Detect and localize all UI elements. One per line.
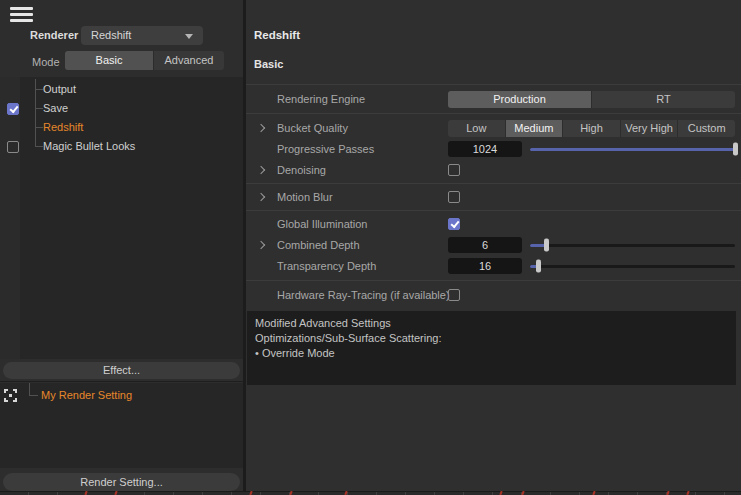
expand-chevron-icon[interactable] [257, 241, 265, 249]
tab-advanced[interactable]: Advanced [153, 51, 224, 70]
tree-item-save[interactable]: Save [43, 99, 68, 118]
option-medium[interactable]: Medium [506, 120, 564, 137]
tree-branch [35, 127, 43, 128]
renderer-dropdown[interactable]: Redshift [81, 26, 203, 45]
tree-branch [35, 146, 43, 147]
chevron-down-icon [185, 34, 193, 39]
transparency-depth-slider[interactable] [530, 260, 735, 273]
combined-depth-label: Combined Depth [277, 235, 360, 255]
transparency-depth-label: Transparency Depth [277, 256, 376, 276]
global-illumination-checkbox[interactable] [448, 218, 460, 230]
divider [246, 280, 741, 281]
tree-item-redshift[interactable]: Redshift [43, 118, 83, 137]
divider [246, 210, 741, 211]
tree-item-output[interactable]: Output [43, 80, 76, 99]
target-icon [4, 389, 17, 402]
motion-blur-row: Motion Blur [246, 187, 737, 207]
modified-settings-info-box: Modified Advanced Settings Optimizations… [247, 311, 736, 385]
render-settings-window: Renderer Redshift Mode Basic Advanced Ou… [0, 0, 741, 495]
bucket-quality-row: Bucket Quality Low Medium High Very High… [246, 118, 737, 138]
effect-button[interactable]: Effect... [3, 362, 240, 379]
slider-handle[interactable] [536, 260, 541, 273]
global-illumination-row: Global Illumination [246, 214, 737, 234]
divider [246, 113, 741, 114]
option-custom[interactable]: Custom [678, 120, 735, 137]
rendering-engine-row: Rendering Engine Production RT [246, 89, 737, 109]
render-setting-button[interactable]: Render Setting... [3, 473, 240, 491]
global-illumination-label: Global Illumination [277, 214, 368, 234]
combined-depth-field[interactable]: 6 [448, 237, 522, 253]
save-enable-checkbox[interactable] [7, 103, 19, 115]
tree-branch [35, 89, 43, 90]
motion-blur-label: Motion Blur [277, 187, 333, 207]
background-timeline-strip [0, 491, 741, 495]
transparency-depth-field[interactable]: 16 [448, 258, 522, 274]
page-title: Redshift [254, 29, 300, 41]
rendering-engine-label: Rendering Engine [277, 89, 365, 109]
expand-chevron-icon[interactable] [257, 193, 265, 201]
denoising-checkbox[interactable] [448, 164, 460, 176]
bucket-quality-label: Bucket Quality [277, 118, 348, 138]
option-low[interactable]: Low [448, 120, 506, 137]
tree-branch [29, 383, 30, 395]
hardware-raytracing-checkbox[interactable] [448, 289, 460, 301]
list-item-my-render-setting[interactable]: My Render Setting [41, 388, 132, 403]
rendering-engine-segmented: Production RT [448, 91, 735, 108]
mode-label: Mode [32, 56, 60, 68]
transparency-depth-row: Transparency Depth 16 [246, 256, 737, 276]
motion-blur-checkbox[interactable] [448, 191, 460, 203]
slider-handle[interactable] [544, 239, 549, 252]
tree-item-magic-bullet-looks[interactable]: Magic Bullet Looks [43, 137, 135, 156]
tree-branch [35, 108, 43, 109]
divider [246, 84, 741, 85]
combined-depth-row: Combined Depth 6 [246, 235, 737, 255]
info-line: Modified Advanced Settings [255, 316, 736, 331]
tab-basic[interactable]: Basic [65, 51, 153, 70]
option-very-high[interactable]: Very High [621, 120, 679, 137]
progressive-passes-label: Progressive Passes [277, 139, 374, 159]
left-panel: Renderer Redshift Mode Basic Advanced Ou… [0, 0, 243, 491]
combined-depth-slider[interactable] [530, 239, 735, 252]
bucket-quality-segmented: Low Medium High Very High Custom [448, 120, 735, 137]
progressive-passes-field[interactable]: 1024 [448, 141, 522, 157]
renderer-label: Renderer [30, 29, 78, 41]
checkbox-gutter [0, 77, 20, 359]
menu-icon[interactable] [10, 7, 33, 22]
render-settings-list: My Render Setting [0, 383, 243, 468]
tree-branch [29, 395, 38, 396]
expand-chevron-icon[interactable] [257, 166, 265, 174]
progressive-passes-slider[interactable] [530, 143, 735, 156]
section-heading: Basic [254, 58, 283, 70]
option-production[interactable]: Production [448, 91, 592, 108]
slider-handle[interactable] [733, 143, 738, 156]
expand-chevron-icon[interactable] [257, 124, 265, 132]
option-rt[interactable]: RT [592, 91, 735, 108]
divider [246, 183, 741, 184]
denoising-label: Denoising [277, 160, 326, 180]
magic-bullet-enable-checkbox[interactable] [7, 141, 19, 153]
denoising-row: Denoising [246, 160, 737, 180]
renderer-dropdown-value: Redshift [91, 29, 131, 41]
hardware-raytracing-label: Hardware Ray-Tracing (if available) [277, 285, 450, 305]
settings-tree: Output Save Redshift Magic Bullet Looks [0, 77, 243, 359]
attributes-panel: Redshift Basic Rendering Engine Producti… [246, 0, 741, 491]
info-line: • Override Mode [255, 346, 736, 361]
option-high[interactable]: High [563, 120, 621, 137]
mode-tabs: Basic Advanced [65, 51, 224, 70]
hardware-raytracing-row: Hardware Ray-Tracing (if available) [246, 285, 737, 305]
divider [0, 381, 243, 382]
info-line: Optimizations/Sub-Surface Scattering: [255, 331, 736, 346]
progressive-passes-row: Progressive Passes 1024 [246, 139, 737, 159]
